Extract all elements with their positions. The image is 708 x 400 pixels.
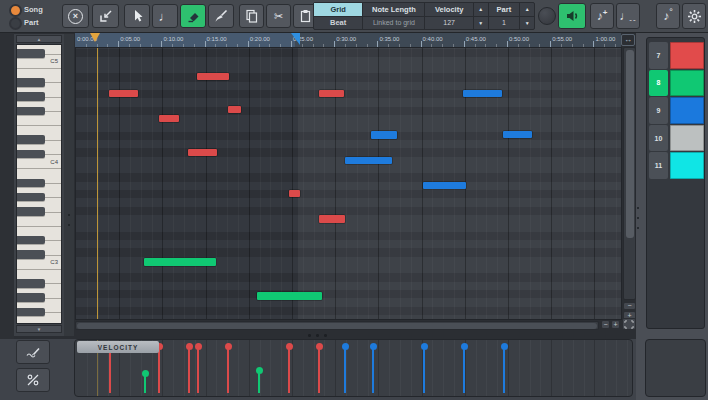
velocity-value[interactable]: 127 — [425, 16, 472, 30]
velocity-down-button[interactable]: ▼ — [474, 16, 488, 30]
velocity-dot[interactable] — [421, 343, 428, 350]
midi-note[interactable] — [319, 215, 345, 223]
piano-keyboard[interactable] — [16, 44, 62, 324]
scale-velocity-tool[interactable] — [16, 368, 50, 392]
velocity-dot[interactable] — [461, 343, 468, 350]
piano-key-black[interactable] — [17, 250, 45, 259]
add-note-button[interactable]: ♪ + — [590, 3, 614, 29]
playhead-marker[interactable] — [90, 33, 100, 42]
clear-button[interactable]: × — [62, 4, 89, 28]
midi-note[interactable] — [228, 106, 241, 113]
piano-key-black[interactable] — [17, 78, 45, 87]
track-number[interactable]: 10 — [649, 125, 668, 152]
velocity-stem[interactable] — [109, 348, 111, 393]
keyboard-scroll-up[interactable]: ▲ — [16, 35, 62, 43]
track-color-swatch[interactable] — [670, 70, 704, 97]
velocity-dot[interactable] — [286, 343, 293, 350]
velocity-stem[interactable] — [463, 346, 465, 393]
brush-tool-button[interactable] — [208, 4, 234, 28]
velocity-dot[interactable] — [370, 343, 377, 350]
midi-note[interactable] — [289, 190, 300, 197]
grid-toggle[interactable]: Grid — [314, 3, 362, 16]
piano-key-black[interactable] — [17, 150, 45, 159]
piano-key-black[interactable] — [17, 279, 45, 288]
vertical-scrollbar-thumb[interactable] — [626, 50, 634, 238]
piano-key-black[interactable] — [17, 293, 45, 302]
horizontal-scrollbar-thumb[interactable] — [77, 323, 597, 329]
zoom-in-horizontal-button[interactable]: + — [611, 320, 620, 329]
midi-note[interactable] — [319, 90, 344, 97]
part-value[interactable]: 1 — [489, 16, 520, 30]
select-tool-button[interactable] — [124, 4, 150, 28]
piano-key-black[interactable] — [17, 193, 45, 202]
settings-button[interactable] — [682, 3, 706, 29]
keyboard-scroll-down[interactable]: ▼ — [16, 325, 62, 333]
velocity-dot[interactable] — [142, 370, 149, 377]
midi-note[interactable] — [188, 149, 217, 156]
track-color-swatch[interactable] — [670, 152, 704, 179]
note-tool-button[interactable]: ♩ — [152, 4, 178, 28]
import-button[interactable] — [92, 4, 119, 28]
velocity-dot[interactable] — [501, 343, 508, 350]
piano-key-black[interactable] — [17, 49, 45, 58]
piano-key-black[interactable] — [17, 179, 45, 188]
timeline-ruler[interactable]: 0:00.000:05.000:10.000:15.000:20.000:25.… — [75, 33, 621, 48]
velocity-dot[interactable] — [342, 343, 349, 350]
midi-note[interactable] — [144, 258, 216, 266]
midi-note[interactable] — [503, 131, 532, 138]
horizontal-scrollbar[interactable] — [75, 321, 599, 330]
zoom-out-vertical-button[interactable]: − — [623, 302, 636, 310]
note-options-button[interactable]: ♪ ° — [656, 3, 680, 29]
part-down-button[interactable]: ▼ — [520, 16, 534, 30]
velocity-dot[interactable] — [195, 343, 202, 350]
midi-note[interactable] — [345, 157, 392, 164]
velocity-stem[interactable] — [227, 346, 229, 393]
part-radio[interactable] — [9, 17, 22, 30]
piano-key-black[interactable] — [17, 308, 45, 317]
midi-note[interactable] — [463, 90, 502, 97]
midi-note[interactable] — [257, 292, 322, 300]
velocity-stem[interactable] — [503, 346, 505, 393]
velocity-dot[interactable] — [225, 343, 232, 350]
velocity-stem[interactable] — [158, 346, 160, 393]
velocity-dot[interactable] — [186, 343, 193, 350]
track-number[interactable]: 7 — [649, 42, 668, 69]
track-number[interactable]: 8 — [649, 70, 668, 97]
velocity-stem[interactable] — [197, 346, 199, 393]
piano-key-black[interactable] — [17, 92, 45, 101]
midi-note[interactable] — [423, 182, 466, 189]
copy-button[interactable] — [239, 4, 264, 28]
piano-key-black[interactable] — [17, 107, 45, 116]
velocity-dot[interactable] — [316, 343, 323, 350]
cut-button[interactable]: ✂ — [266, 4, 291, 28]
part-end-marker[interactable] — [291, 33, 300, 45]
midi-note[interactable] — [197, 73, 229, 80]
midi-note[interactable] — [159, 115, 179, 122]
piano-key-black[interactable] — [17, 236, 45, 245]
track-color-swatch[interactable] — [670, 125, 704, 152]
knob[interactable] — [538, 7, 556, 25]
velocity-stem[interactable] — [423, 346, 425, 393]
zoom-out-horizontal-button[interactable]: − — [601, 320, 610, 329]
track-color-swatch[interactable] — [670, 97, 704, 124]
note-length-value[interactable]: Linked to grid — [363, 16, 424, 30]
velocity-stem[interactable] — [288, 346, 290, 393]
piano-roll-grid[interactable] — [75, 47, 622, 320]
velocity-stem[interactable] — [344, 346, 346, 393]
velocity-stem[interactable] — [372, 346, 374, 393]
velocity-stem[interactable] — [318, 346, 320, 393]
velocity-dot[interactable] — [256, 367, 263, 374]
piano-key-black[interactable] — [17, 207, 45, 216]
monitor-button[interactable] — [558, 3, 586, 29]
velocity-up-button[interactable]: ▲ — [474, 3, 488, 16]
draw-velocity-tool[interactable] — [16, 340, 50, 364]
track-color-swatch[interactable] — [670, 42, 704, 69]
velocity-lane[interactable]: VELOCITY — [74, 339, 633, 397]
track-number[interactable]: 9 — [649, 97, 668, 124]
song-radio[interactable] — [9, 4, 22, 17]
keyboard-splitter[interactable] — [64, 34, 74, 336]
track-number[interactable]: 11 — [649, 152, 668, 179]
vertical-scrollbar[interactable] — [623, 47, 636, 300]
velocity-stem[interactable] — [188, 346, 190, 393]
midi-note[interactable] — [371, 131, 397, 139]
